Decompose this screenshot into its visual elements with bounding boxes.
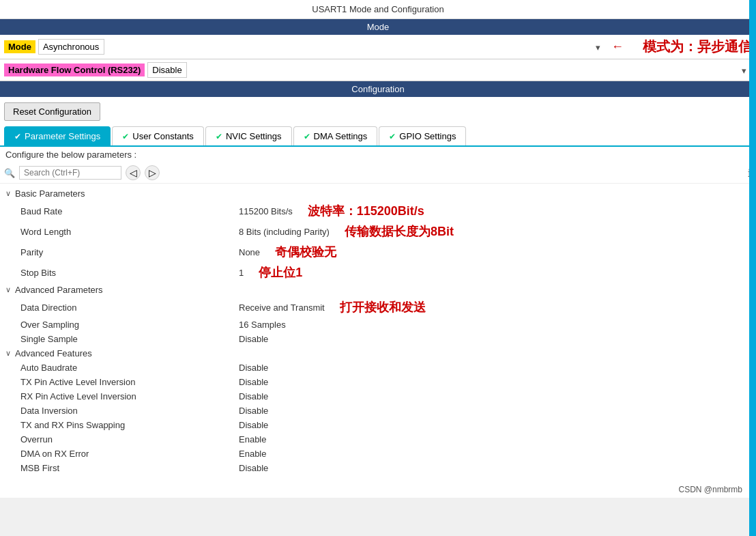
tab-label-gpio-settings: GPIO Settings bbox=[399, 131, 456, 141]
param-value-tx-pin-active: Disable bbox=[239, 377, 268, 387]
tab-label-user-constants: User Constants bbox=[132, 131, 194, 141]
annotation-parity: 奇偶校验无 bbox=[275, 244, 336, 260]
param-name-dma-rx-error: DMA on RX Error bbox=[20, 449, 239, 459]
tabs-bar: ✔ Parameter Settings ✔ User Constants ✔ … bbox=[0, 126, 756, 147]
hw-flow-row: Hardware Flow Control (RS232) Disable bbox=[0, 59, 756, 81]
caret-advanced-features: ∨ bbox=[5, 349, 11, 358]
param-single-sample: Single Sample Disable bbox=[0, 332, 756, 346]
param-value-auto-baudrate: Disable bbox=[239, 363, 268, 373]
hw-select[interactable]: Disable bbox=[147, 62, 187, 78]
param-value-tx-rx-pins-swap: Disable bbox=[239, 420, 268, 430]
param-name-data-direction: Data Direction bbox=[20, 302, 239, 313]
param-word-length: Word Length 8 Bits (including Parity) 传输… bbox=[0, 221, 756, 242]
main-title: USART1 Mode and Configuration bbox=[0, 0, 756, 19]
param-name-over-sampling: Over Sampling bbox=[20, 320, 239, 330]
param-name-overrun: Overrun bbox=[20, 434, 239, 445]
search-input[interactable] bbox=[19, 166, 121, 180]
param-name-tx-rx-pins-swap: TX and RX Pins Swapping bbox=[20, 420, 239, 430]
param-value-dma-rx-error: Enable bbox=[239, 449, 266, 459]
param-auto-baudrate: Auto Baudrate Disable bbox=[0, 361, 756, 375]
config-info: Configure the below parameters : bbox=[0, 147, 756, 163]
param-value-word-length: 8 Bits (including Parity) bbox=[239, 227, 330, 237]
param-rx-pin-active: RX Pin Active Level Inversion Disable bbox=[0, 389, 756, 404]
param-name-baud-rate: Baud Rate bbox=[20, 206, 239, 216]
check-icon-nvic: ✔ bbox=[216, 132, 222, 141]
param-name-parity: Parity bbox=[20, 247, 239, 257]
config-section: Reset Configuration ✔ Parameter Settings… bbox=[0, 97, 756, 498]
annotation-baud-rate: 波特率：115200Bit/s bbox=[308, 203, 424, 219]
param-over-sampling: Over Sampling 16 Samples bbox=[0, 318, 756, 332]
param-name-stop-bits: Stop Bits bbox=[20, 268, 239, 278]
arrow-icon: ← bbox=[611, 40, 624, 54]
search-icon: 🔍 bbox=[4, 168, 15, 178]
group-label-basic: Basic Parameters bbox=[15, 188, 85, 199]
blue-sidebar bbox=[749, 0, 756, 536]
nav-forward-button[interactable]: ▷ bbox=[145, 165, 160, 180]
param-value-data-inversion: Disable bbox=[239, 406, 268, 416]
config-section-header: Configuration bbox=[0, 81, 756, 97]
param-tx-rx-pins-swap: TX and RX Pins Swapping Disable bbox=[0, 418, 756, 432]
param-overrun: Overrun Enable bbox=[0, 432, 756, 447]
tab-user-constants[interactable]: ✔ User Constants bbox=[112, 126, 204, 145]
group-basic-parameters[interactable]: ∨ Basic Parameters bbox=[0, 186, 756, 201]
param-dma-rx-error: DMA on RX Error Enable bbox=[0, 447, 756, 461]
mode-section-header: Mode bbox=[0, 19, 756, 35]
param-value-parity: None bbox=[239, 247, 260, 257]
mode-annotation: 模式为：异步通信 bbox=[643, 38, 752, 56]
tab-label-param-settings: Parameter Settings bbox=[25, 131, 100, 141]
param-data-inversion: Data Inversion Disable bbox=[0, 404, 756, 418]
param-name-tx-pin-active: TX Pin Active Level Inversion bbox=[20, 377, 239, 387]
param-stop-bits: Stop Bits 1 停止位1 bbox=[0, 262, 756, 283]
tab-nvic-settings[interactable]: ✔ NVIC Settings bbox=[205, 126, 292, 145]
mode-row: Mode Asynchronous ← 模式为：异步通信 bbox=[0, 35, 756, 59]
tab-gpio-settings[interactable]: ✔ GPIO Settings bbox=[379, 126, 466, 145]
caret-advanced-params: ∨ bbox=[5, 285, 11, 294]
mode-select-wrapper[interactable]: Asynchronous bbox=[38, 39, 606, 55]
search-bar: 🔍 ◁ ▷ ℹ bbox=[0, 163, 756, 184]
tab-parameter-settings[interactable]: ✔ Parameter Settings bbox=[4, 126, 111, 145]
reset-config-button[interactable]: Reset Configuration bbox=[4, 102, 100, 121]
check-icon-user: ✔ bbox=[122, 132, 129, 141]
hw-select-wrapper[interactable]: Disable bbox=[147, 62, 752, 78]
param-name-msb-first: MSB First bbox=[20, 463, 239, 473]
tab-label-nvic-settings: NVIC Settings bbox=[226, 131, 282, 141]
param-name-auto-baudrate: Auto Baudrate bbox=[20, 363, 239, 373]
param-name-data-inversion: Data Inversion bbox=[20, 406, 239, 416]
param-value-stop-bits: 1 bbox=[239, 268, 244, 278]
group-advanced-features[interactable]: ∨ Advanced Features bbox=[0, 346, 756, 361]
param-value-rx-pin-active: Disable bbox=[239, 391, 268, 401]
mode-label: Mode bbox=[4, 40, 35, 53]
param-baud-rate: Baud Rate 115200 Bits/s 波特率：115200Bit/s bbox=[0, 201, 756, 221]
tab-label-dma-settings: DMA Settings bbox=[314, 131, 368, 141]
watermark: CSDN @nmbrmb bbox=[0, 478, 756, 498]
hw-label: Hardware Flow Control (RS232) bbox=[4, 64, 145, 76]
annotation-data-direction: 打开接收和发送 bbox=[340, 299, 426, 315]
check-icon-param: ✔ bbox=[14, 132, 21, 141]
check-icon-dma: ✔ bbox=[304, 132, 310, 141]
group-advanced-parameters[interactable]: ∨ Advanced Parameters bbox=[0, 283, 756, 297]
param-name-word-length: Word Length bbox=[20, 227, 239, 237]
group-label-advanced-features: Advanced Features bbox=[15, 348, 92, 358]
tab-dma-settings[interactable]: ✔ DMA Settings bbox=[293, 126, 378, 145]
param-value-overrun: Enable bbox=[239, 434, 266, 445]
param-value-single-sample: Disable bbox=[239, 334, 268, 344]
param-value-baud-rate: 115200 Bits/s bbox=[239, 206, 293, 216]
mode-select[interactable]: Asynchronous bbox=[38, 39, 104, 55]
param-value-data-direction: Receive and Transmit bbox=[239, 302, 325, 313]
caret-basic: ∨ bbox=[5, 189, 11, 198]
check-icon-gpio: ✔ bbox=[389, 132, 396, 141]
param-parity: Parity None 奇偶校验无 bbox=[0, 242, 756, 262]
param-tx-pin-active: TX Pin Active Level Inversion Disable bbox=[0, 375, 756, 389]
nav-back-button[interactable]: ◁ bbox=[126, 165, 141, 180]
annotation-stop-bits: 停止位1 bbox=[259, 264, 302, 281]
param-msb-first: MSB First Disable bbox=[0, 461, 756, 475]
param-value-msb-first: Disable bbox=[239, 463, 268, 473]
annotation-word-length: 传输数据长度为8Bit bbox=[345, 223, 454, 240]
param-name-rx-pin-active: RX Pin Active Level Inversion bbox=[20, 391, 239, 401]
param-data-direction: Data Direction Receive and Transmit 打开接收… bbox=[0, 297, 756, 318]
param-value-over-sampling: 16 Samples bbox=[239, 320, 286, 330]
param-name-single-sample: Single Sample bbox=[20, 334, 239, 344]
param-tree: ∨ Basic Parameters Baud Rate 115200 Bits… bbox=[0, 184, 756, 478]
group-label-advanced-params: Advanced Parameters bbox=[15, 285, 103, 295]
